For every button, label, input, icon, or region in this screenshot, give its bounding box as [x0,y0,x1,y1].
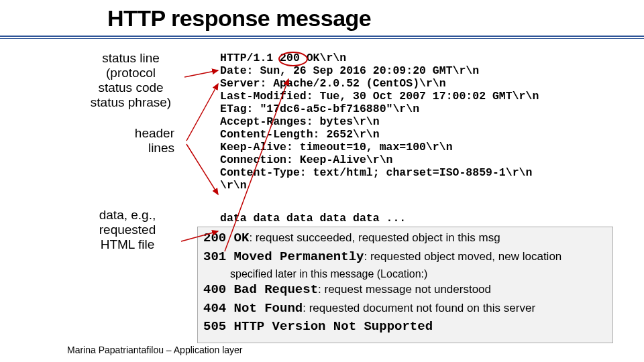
status-code-row: 505 HTTP Version Not Supported [203,318,607,336]
label-header-lines: headerlines [107,126,174,156]
svg-line-0 [184,70,218,77]
status-codes-box: 200 OK: request succeeded, requested obj… [197,227,613,343]
ellipse-200-highlight [278,52,308,66]
status-code-row: 200 OK: request succeeded, requested obj… [203,230,607,247]
status-code: 301 Moved Permanently [203,249,364,264]
status-desc: : requested object moved, new location [364,250,561,263]
status-code-row: 400 Bad Request: request message not und… [203,282,607,299]
svg-line-1 [186,84,218,141]
status-code: 200 OK [203,231,249,245]
data-payload-line: data data data data data ... [220,212,406,225]
content-area: status line(protocolstatus codestatus ph… [0,39,644,51]
status-desc: : request succeeded, requested object in… [249,231,500,244]
status-desc-cont: specified later in this message (Locatio… [230,267,607,282]
status-code: 400 Bad Request [203,282,318,297]
status-desc: : requested document not found on this s… [303,302,535,314]
label-status-line: status line(protocolstatus codestatus ph… [80,51,181,109]
footer-text: Marina Papatriantafilou – Application la… [67,345,243,355]
status-code-row: 301 Moved Permanently: requested object … [203,249,607,266]
http-response-text: HTTP/1.1 200 OK\r\n Date: Sun, 26 Sep 20… [220,52,539,192]
status-desc: : request message not understood [318,283,491,296]
slide-title: HTTP response message [0,0,644,34]
status-code: 505 HTTP Version Not Supported [203,319,433,334]
status-code: 404 Not Found [203,301,303,316]
status-code-row: 404 Not Found: requested document not fo… [203,300,607,318]
label-data: data, e.g.,requestedHTML file [80,208,174,252]
svg-line-2 [186,144,218,194]
